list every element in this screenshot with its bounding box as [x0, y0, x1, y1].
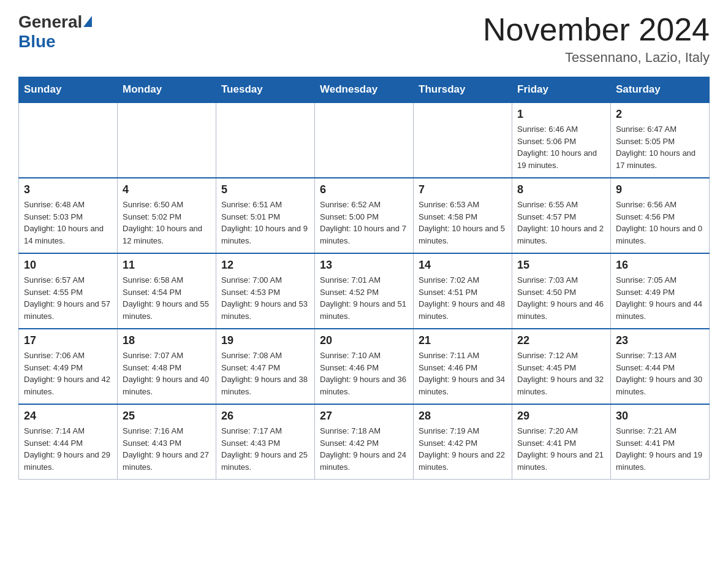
calendar-header-monday: Monday — [118, 77, 216, 103]
day-info: Sunrise: 6:58 AMSunset: 4:54 PMDaylight:… — [123, 274, 211, 322]
day-number: 8 — [517, 183, 605, 196]
day-number: 24 — [24, 410, 112, 423]
calendar-cell: 8Sunrise: 6:55 AMSunset: 4:57 PMDaylight… — [512, 178, 611, 253]
calendar-cell: 2Sunrise: 6:47 AMSunset: 5:05 PMDaylight… — [611, 102, 710, 178]
day-info: Sunrise: 7:05 AMSunset: 4:49 PMDaylight:… — [616, 274, 704, 322]
day-number: 19 — [221, 334, 309, 347]
calendar-header-saturday: Saturday — [611, 77, 710, 103]
page-header: General Blue November 2024 Tessennano, L… — [18, 12, 710, 66]
calendar-cell: 1Sunrise: 6:46 AMSunset: 5:06 PMDaylight… — [512, 102, 611, 178]
calendar-cell: 20Sunrise: 7:10 AMSunset: 4:46 PMDayligh… — [315, 329, 414, 404]
calendar-week-row: 17Sunrise: 7:06 AMSunset: 4:49 PMDayligh… — [19, 329, 710, 404]
calendar-cell: 22Sunrise: 7:12 AMSunset: 4:45 PMDayligh… — [512, 329, 611, 404]
day-info: Sunrise: 7:03 AMSunset: 4:50 PMDaylight:… — [517, 274, 605, 322]
day-number: 23 — [616, 334, 704, 347]
calendar-cell: 3Sunrise: 6:48 AMSunset: 5:03 PMDaylight… — [19, 178, 118, 253]
location-subtitle: Tessennano, Lazio, Italy — [483, 50, 710, 66]
day-info: Sunrise: 6:51 AMSunset: 5:01 PMDaylight:… — [221, 199, 309, 247]
day-info: Sunrise: 7:00 AMSunset: 4:53 PMDaylight:… — [221, 274, 309, 322]
day-info: Sunrise: 7:14 AMSunset: 4:44 PMDaylight:… — [24, 425, 112, 473]
calendar-table: SundayMondayTuesdayWednesdayThursdayFrid… — [18, 77, 710, 480]
day-info: Sunrise: 7:02 AMSunset: 4:51 PMDaylight:… — [419, 274, 507, 322]
day-number: 2 — [616, 108, 704, 121]
calendar-cell: 7Sunrise: 6:53 AMSunset: 4:58 PMDaylight… — [414, 178, 512, 253]
calendar-week-row: 10Sunrise: 6:57 AMSunset: 4:55 PMDayligh… — [19, 253, 710, 329]
title-section: November 2024 Tessennano, Lazio, Italy — [483, 12, 710, 66]
calendar-header-wednesday: Wednesday — [315, 77, 414, 103]
day-number: 9 — [616, 183, 704, 196]
day-number: 15 — [517, 259, 605, 272]
day-info: Sunrise: 7:16 AMSunset: 4:43 PMDaylight:… — [123, 425, 211, 473]
calendar-cell: 24Sunrise: 7:14 AMSunset: 4:44 PMDayligh… — [19, 404, 118, 480]
logo: General Blue — [18, 12, 93, 52]
day-info: Sunrise: 7:01 AMSunset: 4:52 PMDaylight:… — [320, 274, 408, 322]
calendar-cell: 15Sunrise: 7:03 AMSunset: 4:50 PMDayligh… — [512, 253, 611, 329]
calendar-week-row: 3Sunrise: 6:48 AMSunset: 5:03 PMDaylight… — [19, 178, 710, 253]
day-info: Sunrise: 7:20 AMSunset: 4:41 PMDaylight:… — [517, 425, 605, 473]
day-number: 26 — [221, 410, 309, 423]
day-info: Sunrise: 6:48 AMSunset: 5:03 PMDaylight:… — [24, 199, 112, 247]
calendar-cell: 12Sunrise: 7:00 AMSunset: 4:53 PMDayligh… — [216, 253, 315, 329]
day-info: Sunrise: 7:06 AMSunset: 4:49 PMDaylight:… — [24, 350, 112, 397]
calendar-cell: 4Sunrise: 6:50 AMSunset: 5:02 PMDaylight… — [118, 178, 216, 253]
calendar-cell: 28Sunrise: 7:19 AMSunset: 4:42 PMDayligh… — [414, 404, 512, 480]
calendar-cell: 19Sunrise: 7:08 AMSunset: 4:47 PMDayligh… — [216, 329, 315, 404]
calendar-cell: 6Sunrise: 6:52 AMSunset: 5:00 PMDaylight… — [315, 178, 414, 253]
day-number: 7 — [419, 183, 507, 196]
day-number: 10 — [24, 259, 112, 272]
calendar-cell: 16Sunrise: 7:05 AMSunset: 4:49 PMDayligh… — [611, 253, 710, 329]
day-info: Sunrise: 7:08 AMSunset: 4:47 PMDaylight:… — [221, 350, 309, 397]
day-number: 27 — [320, 410, 408, 423]
day-number: 1 — [517, 108, 605, 121]
calendar-cell: 29Sunrise: 7:20 AMSunset: 4:41 PMDayligh… — [512, 404, 611, 480]
day-number: 21 — [419, 334, 507, 347]
calendar-header-thursday: Thursday — [414, 77, 512, 103]
logo-general-text: General — [18, 12, 82, 32]
day-number: 4 — [123, 183, 211, 196]
calendar-cell: 30Sunrise: 7:21 AMSunset: 4:41 PMDayligh… — [611, 404, 710, 480]
calendar-cell: 11Sunrise: 6:58 AMSunset: 4:54 PMDayligh… — [118, 253, 216, 329]
day-info: Sunrise: 6:57 AMSunset: 4:55 PMDaylight:… — [24, 274, 112, 322]
day-info: Sunrise: 7:21 AMSunset: 4:41 PMDaylight:… — [616, 425, 704, 473]
day-number: 30 — [616, 410, 704, 423]
day-number: 17 — [24, 334, 112, 347]
day-info: Sunrise: 7:12 AMSunset: 4:45 PMDaylight:… — [517, 350, 605, 397]
logo-triangle-icon — [83, 16, 92, 27]
day-info: Sunrise: 7:18 AMSunset: 4:42 PMDaylight:… — [320, 425, 408, 473]
day-info: Sunrise: 6:55 AMSunset: 4:57 PMDaylight:… — [517, 199, 605, 247]
calendar-week-row: 24Sunrise: 7:14 AMSunset: 4:44 PMDayligh… — [19, 404, 710, 480]
day-info: Sunrise: 7:10 AMSunset: 4:46 PMDaylight:… — [320, 350, 408, 397]
day-number: 16 — [616, 259, 704, 272]
calendar-cell: 27Sunrise: 7:18 AMSunset: 4:42 PMDayligh… — [315, 404, 414, 480]
day-info: Sunrise: 6:52 AMSunset: 5:00 PMDaylight:… — [320, 199, 408, 247]
day-info: Sunrise: 6:47 AMSunset: 5:05 PMDaylight:… — [616, 123, 704, 171]
day-number: 28 — [419, 410, 507, 423]
day-info: Sunrise: 6:46 AMSunset: 5:06 PMDaylight:… — [517, 123, 605, 171]
calendar-cell: 9Sunrise: 6:56 AMSunset: 4:56 PMDaylight… — [611, 178, 710, 253]
month-year-title: November 2024 — [483, 12, 710, 47]
day-info: Sunrise: 7:17 AMSunset: 4:43 PMDaylight:… — [221, 425, 309, 473]
day-info: Sunrise: 6:56 AMSunset: 4:56 PMDaylight:… — [616, 199, 704, 247]
day-number: 20 — [320, 334, 408, 347]
day-number: 6 — [320, 183, 408, 196]
day-info: Sunrise: 6:50 AMSunset: 5:02 PMDaylight:… — [123, 199, 211, 247]
calendar-cell: 10Sunrise: 6:57 AMSunset: 4:55 PMDayligh… — [19, 253, 118, 329]
day-number: 25 — [123, 410, 211, 423]
calendar-cell — [19, 102, 118, 178]
calendar-header-row: SundayMondayTuesdayWednesdayThursdayFrid… — [19, 77, 710, 103]
calendar-cell: 13Sunrise: 7:01 AMSunset: 4:52 PMDayligh… — [315, 253, 414, 329]
calendar-header-tuesday: Tuesday — [216, 77, 315, 103]
calendar-week-row: 1Sunrise: 6:46 AMSunset: 5:06 PMDaylight… — [19, 102, 710, 178]
logo-blue-text: Blue — [18, 32, 56, 52]
day-number: 3 — [24, 183, 112, 196]
calendar-cell — [118, 102, 216, 178]
calendar-cell — [414, 102, 512, 178]
calendar-cell: 14Sunrise: 7:02 AMSunset: 4:51 PMDayligh… — [414, 253, 512, 329]
day-info: Sunrise: 7:19 AMSunset: 4:42 PMDaylight:… — [419, 425, 507, 473]
calendar-cell: 18Sunrise: 7:07 AMSunset: 4:48 PMDayligh… — [118, 329, 216, 404]
day-number: 22 — [517, 334, 605, 347]
day-info: Sunrise: 7:11 AMSunset: 4:46 PMDaylight:… — [419, 350, 507, 397]
day-number: 13 — [320, 259, 408, 272]
calendar-cell: 26Sunrise: 7:17 AMSunset: 4:43 PMDayligh… — [216, 404, 315, 480]
day-number: 5 — [221, 183, 309, 196]
